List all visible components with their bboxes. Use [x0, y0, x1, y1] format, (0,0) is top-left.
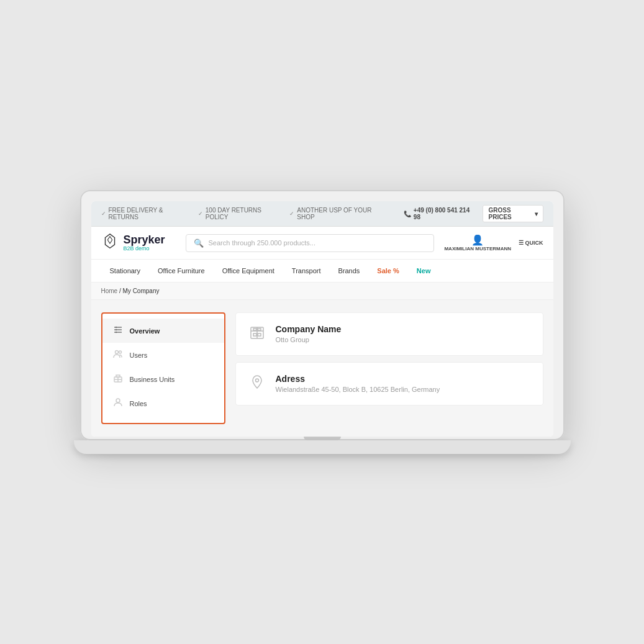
users-icon — [112, 349, 124, 361]
check-icon-3: ✓ — [289, 211, 294, 217]
nav-item-new[interactable]: New — [408, 260, 440, 282]
address-card: Adress Wielandstraße 45-50, Block B, 106… — [235, 362, 543, 406]
price-label: GROSS PRICES — [488, 207, 532, 220]
breadcrumb-home[interactable]: Home — [101, 288, 118, 294]
chevron-down-icon: ▾ — [535, 211, 538, 217]
svg-rect-16 — [253, 333, 256, 336]
address-icon — [248, 374, 266, 394]
svg-point-6 — [115, 351, 118, 354]
sidebar-item-roles[interactable]: Roles — [102, 391, 224, 415]
svg-rect-18 — [253, 329, 256, 330]
quick-order-button[interactable]: ☰ QUICK — [519, 240, 543, 246]
laptop-container: ✓ FREE DELIVERY & RETURNS ✓ 100 DAY RETU… — [80, 190, 565, 454]
sidebar-item-overview[interactable]: Overview — [102, 319, 224, 343]
svg-point-12 — [116, 399, 120, 402]
overview-icon — [112, 325, 124, 337]
logo-name: Spryker — [124, 234, 165, 245]
user-icon: 👤 — [471, 234, 484, 246]
logo-subtitle: B2B demo — [124, 245, 165, 252]
business-units-icon — [112, 373, 124, 385]
svg-point-20 — [255, 379, 258, 382]
svg-rect-17 — [258, 333, 261, 336]
svg-point-7 — [119, 351, 121, 353]
top-bar: ✓ FREE DELIVERY & RETURNS ✓ 100 DAY RETU… — [91, 201, 553, 227]
laptop-base — [74, 440, 571, 454]
hamburger-icon: ☰ — [519, 240, 524, 246]
company-name-card: Company Name Otto Group — [235, 312, 543, 356]
nav-item-sale[interactable]: Sale % — [368, 260, 407, 282]
logo-area[interactable]: Spryker B2B demo — [101, 233, 176, 253]
breadcrumb-current: My Company — [123, 288, 160, 294]
nav-item-office-equipment[interactable]: Office Equipment — [214, 260, 283, 282]
topbar-phone: 📞 +49 (0) 800 541 214 98 — [404, 207, 473, 220]
sidebar-item-users[interactable]: Users — [102, 343, 224, 367]
main-content: Overview Users — [91, 300, 553, 437]
company-name-title: Company Name — [276, 324, 342, 334]
user-area[interactable]: 👤 MAXIMILIAN MUSTERMANN — [444, 234, 511, 252]
search-bar[interactable]: 🔍 Search through 250.000 products... — [186, 234, 435, 252]
sidebar-item-business-units[interactable]: Business Units — [102, 367, 224, 391]
phone-icon: 📞 — [404, 211, 411, 217]
user-name: MAXIMILIAN MUSTERMANN — [444, 246, 511, 252]
sidebar-label-users: Users — [130, 351, 148, 359]
topbar-item-2: ✓ 100 DAY RETURNS POLICY — [198, 207, 280, 220]
logo-icon — [101, 233, 119, 253]
company-icon — [248, 324, 266, 344]
header: Spryker B2B demo 🔍 Search through 250.00… — [91, 227, 553, 260]
topbar-label-3: ANOTHER USP OF YOUR SHOP — [297, 207, 384, 220]
company-name-subtitle: Otto Group — [276, 336, 342, 343]
search-icon: 🔍 — [194, 238, 204, 248]
sidebar-label-overview: Overview — [130, 327, 160, 335]
nav-item-stationary[interactable]: Stationary — [101, 260, 150, 282]
phone-number: +49 (0) 800 541 214 98 — [414, 207, 473, 220]
nav-item-brands[interactable]: Brands — [330, 260, 369, 282]
nav-item-office-furniture[interactable]: Office Furniture — [149, 260, 214, 282]
address-title: Adress — [276, 374, 440, 384]
svg-rect-9 — [116, 375, 120, 377]
check-icon-1: ✓ — [101, 211, 106, 217]
check-icon-2: ✓ — [198, 211, 203, 217]
nav-item-transport[interactable]: Transport — [283, 260, 330, 282]
laptop-screen: ✓ FREE DELIVERY & RETURNS ✓ 100 DAY RETU… — [91, 201, 553, 437]
topbar-label-1: FREE DELIVERY & RETURNS — [109, 207, 188, 220]
header-actions: 👤 MAXIMILIAN MUSTERMANN ☰ QUICK — [444, 234, 543, 252]
main-nav: Stationary Office Furniture Office Equip… — [91, 260, 553, 283]
sidebar-label-business-units: Business Units — [130, 376, 175, 383]
topbar-item-1: ✓ FREE DELIVERY & RETURNS — [101, 207, 188, 220]
laptop-screen-wrapper: ✓ FREE DELIVERY & RETURNS ✓ 100 DAY RETU… — [80, 190, 565, 440]
logo-text: Spryker B2B demo — [124, 234, 165, 252]
svg-rect-19 — [258, 329, 261, 330]
topbar-item-3: ✓ ANOTHER USP OF YOUR SHOP — [289, 207, 384, 220]
search-placeholder: Search through 250.000 products... — [209, 239, 427, 247]
sidebar-label-roles: Roles — [130, 400, 147, 407]
address-body: Adress Wielandstraße 45-50, Block B, 106… — [276, 374, 440, 393]
content-area: Company Name Otto Group — [235, 312, 543, 424]
topbar-label-2: 100 DAY RETURNS POLICY — [206, 207, 280, 220]
address-subtitle: Wielandstraße 45-50, Block B, 10625 Berl… — [276, 386, 440, 393]
roles-icon — [112, 397, 124, 409]
breadcrumb: Home / My Company — [91, 283, 553, 300]
sidebar: Overview Users — [101, 312, 225, 424]
company-name-body: Company Name Otto Group — [276, 324, 342, 343]
topbar-price[interactable]: GROSS PRICES ▾ — [483, 205, 543, 222]
